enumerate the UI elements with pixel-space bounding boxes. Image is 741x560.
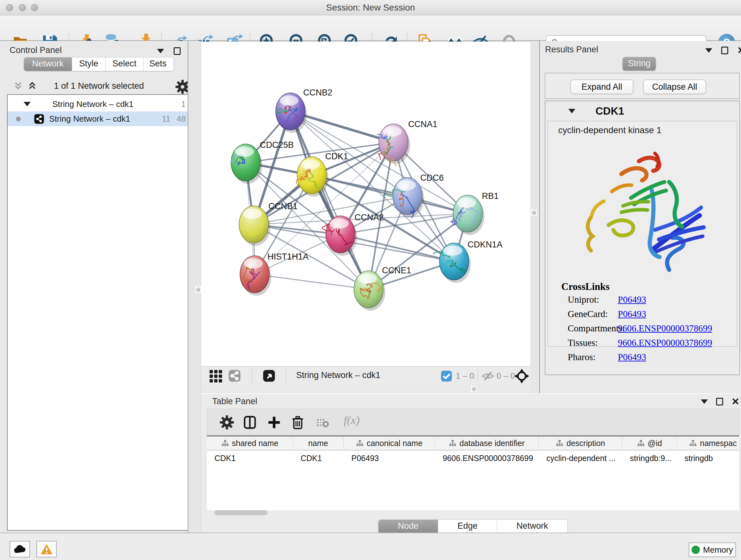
node-HIST1H1A[interactable]: HIST1H1A xyxy=(240,252,309,296)
tab-network-table[interactable]: Network Table xyxy=(497,520,567,533)
network-label: String Network – cdk1 xyxy=(49,114,130,124)
node-CCNB2[interactable]: CCNB2 xyxy=(276,88,333,133)
edge-CDK1-RB1[interactable] xyxy=(312,175,468,213)
right-splitter-handle[interactable] xyxy=(530,209,537,216)
collection-count: 1 xyxy=(181,99,186,109)
collapse-all-button[interactable]: Collapse All xyxy=(643,79,706,94)
column-header-canonical-name[interactable]: canonical name xyxy=(344,436,435,450)
netbar-divider xyxy=(286,369,286,382)
edge-HIST1H1A-CCNE1[interactable] xyxy=(255,274,368,289)
table-panel-title: Table Panel xyxy=(212,396,257,407)
expander-icon[interactable] xyxy=(23,102,30,106)
delete-table-icon xyxy=(316,415,330,429)
open-in-window-icon[interactable] xyxy=(262,369,276,382)
column-header-description[interactable]: description xyxy=(539,436,622,450)
column-header-database-identifier[interactable]: database identifier xyxy=(435,436,539,450)
node-table[interactable]: shared namenamecanonical namedatabase id… xyxy=(207,435,739,510)
node-CCNB1[interactable]: CCNB1 xyxy=(239,201,298,246)
cloud-button[interactable] xyxy=(10,541,30,557)
memory-status-dot-icon xyxy=(691,546,700,554)
network-share-icon[interactable] xyxy=(228,369,241,382)
close-panel-icon[interactable]: ✕ xyxy=(737,46,741,55)
netbar-divider xyxy=(478,369,478,382)
expand-all-button[interactable]: Expand All xyxy=(570,79,633,94)
tab-node-table[interactable]: Node Table xyxy=(379,520,438,533)
table-horizontal-scrollbar[interactable] xyxy=(214,510,267,515)
node-label-RB1: RB1 xyxy=(482,191,499,201)
table-cell[interactable]: CDK1 xyxy=(293,451,344,465)
edge-CCNB2-CCNE1[interactable] xyxy=(290,111,368,289)
add-column-icon[interactable] xyxy=(267,415,281,429)
column-header-shared-name[interactable]: shared name xyxy=(207,436,293,450)
fit-content-crosshair-icon[interactable] xyxy=(515,369,529,383)
tab-network[interactable]: Network xyxy=(24,57,72,71)
collapse-card-icon[interactable] xyxy=(568,109,576,113)
tab-select[interactable]: Select xyxy=(105,57,143,71)
crosslink-label: Pharos: xyxy=(568,352,596,362)
node-RB1[interactable]: RB1 xyxy=(451,191,498,235)
warning-button[interactable] xyxy=(37,541,57,557)
float-panel-icon[interactable] xyxy=(721,47,728,54)
crosslink-link[interactable]: 9606.ENSP00000378699 xyxy=(618,323,712,334)
crosslink-link[interactable]: 9606.ENSP00000378699 xyxy=(618,337,712,348)
column-header--id[interactable]: @id xyxy=(622,436,677,450)
collapse-panel-icon[interactable] xyxy=(157,49,164,53)
crosslink-link[interactable]: P06493 xyxy=(618,309,646,319)
crosslink-label: GeneCard: xyxy=(568,309,608,319)
node-CCNE1[interactable]: CCNE1 xyxy=(354,266,411,311)
table-options-gear-icon[interactable] xyxy=(220,415,234,429)
table-cell[interactable]: stringdb xyxy=(677,451,739,465)
control-panel: Control Panel ✕ Network Style Select Set… xyxy=(0,41,188,533)
network-collection-row[interactable]: String Network – cdk1 1 xyxy=(8,97,190,111)
results-panel-tabs: String xyxy=(622,57,656,71)
left-splitter-handle[interactable] xyxy=(195,286,202,293)
delete-column-icon[interactable] xyxy=(291,415,305,429)
table-cell[interactable]: stringdb:9... xyxy=(622,451,677,465)
table-cell[interactable]: CDK1 xyxy=(207,451,293,465)
crosslink-row: GeneCard: P06493 xyxy=(568,309,734,323)
title-bar: Session: New Session xyxy=(0,0,741,15)
horizontal-splitter-handle[interactable] xyxy=(470,385,477,392)
window-title: Session: New Session xyxy=(0,3,741,13)
selected-checkbox-icon[interactable] xyxy=(440,369,453,383)
control-panel-title: Control Panel xyxy=(10,45,62,55)
tab-style[interactable]: Style xyxy=(72,57,105,71)
table-cell[interactable]: P06493 xyxy=(344,451,435,465)
table-cell[interactable]: 9606.ENSP00000378699 xyxy=(435,451,539,465)
close-panel-icon[interactable]: ✕ xyxy=(731,397,739,407)
network-row-selected[interactable]: String Network – cdk1 11 48 xyxy=(8,111,190,126)
float-panel-icon[interactable] xyxy=(716,398,723,406)
node-label-CCNB2: CCNB2 xyxy=(303,88,333,98)
tab-sets[interactable]: Sets xyxy=(143,57,172,71)
crosslink-link[interactable]: P06493 xyxy=(618,294,646,305)
left-splitter[interactable] xyxy=(188,41,201,533)
node-label-HIST1H1A: HIST1H1A xyxy=(267,252,309,261)
horizontal-splitter[interactable] xyxy=(201,385,530,393)
warning-icon xyxy=(40,543,53,555)
column-header-namespac[interactable]: namespac xyxy=(677,436,739,450)
collection-label: String Network – cdk1 xyxy=(52,99,133,109)
column-header-name[interactable]: name xyxy=(293,436,344,450)
tab-string[interactable]: String xyxy=(623,57,656,71)
birdseye-grid-icon[interactable] xyxy=(209,369,222,382)
table-cell[interactable]: cyclin-dependent ... xyxy=(539,451,622,465)
crosslink-link[interactable]: P06493 xyxy=(618,352,646,362)
tab-edge-table[interactable]: Edge Table xyxy=(438,520,497,533)
node-CCNA1[interactable]: CCNA1 xyxy=(377,119,437,166)
crosslink-label: Tissues: xyxy=(568,337,598,348)
protein-card-header[interactable]: CDK1 xyxy=(545,101,739,121)
cytoscape-window: Session: New Session ? xyxy=(0,0,741,560)
memory-button[interactable]: Memory xyxy=(689,543,736,557)
node-label-CCNA2: CCNA2 xyxy=(354,212,384,222)
collapse-panel-icon[interactable] xyxy=(705,48,712,53)
show-columns-icon[interactable] xyxy=(243,415,257,429)
protein-structure-image xyxy=(574,144,711,278)
hidden-eye-icon[interactable] xyxy=(481,369,495,383)
node-CDC25B[interactable]: CDC25B xyxy=(231,140,294,184)
network-canvas[interactable]: CCNB2CCNA1CDC25BCDK1CDC6RB1CCNB1CCNA2CDK… xyxy=(201,42,530,366)
collapse-panel-icon[interactable] xyxy=(701,399,708,404)
node-label-CDKN1A: CDKN1A xyxy=(468,240,502,249)
table-row[interactable]: CDK1CDK1P064939606.ENSP00000378699cyclin… xyxy=(207,451,739,465)
float-panel-icon[interactable] xyxy=(174,47,181,55)
node-label-CCNB1: CCNB1 xyxy=(268,201,298,211)
